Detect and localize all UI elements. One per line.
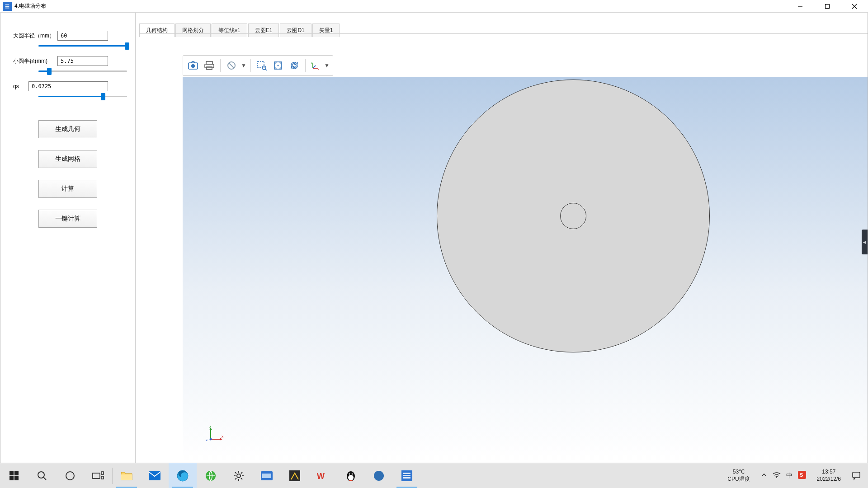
- qq-taskbar[interactable]: [337, 463, 365, 488]
- svg-rect-8: [205, 64, 214, 68]
- app1-taskbar[interactable]: [253, 463, 281, 488]
- tab-mesh[interactable]: 网格划分: [175, 23, 211, 37]
- file-explorer-taskbar[interactable]: [113, 463, 141, 488]
- temperature-widget[interactable]: 53℃ CPU温度: [725, 469, 752, 483]
- axis-dropdown-icon[interactable]: ▼: [324, 62, 330, 69]
- svg-rect-31: [14, 471, 19, 475]
- tray-icons: 中 S: [756, 471, 811, 480]
- svg-rect-12: [258, 61, 264, 68]
- wifi-icon[interactable]: [773, 472, 781, 479]
- svg-text:x: x: [318, 68, 319, 70]
- big-radius-slider[interactable]: [38, 42, 127, 51]
- view-tabs: 几何结构 网格划分 等值线v1 云图E1 云图D1 矢量1: [139, 23, 340, 37]
- axis-gizmo-icon: y x z: [204, 426, 223, 445]
- svg-text:y: y: [209, 426, 212, 428]
- svg-point-52: [349, 473, 350, 474]
- toolbar-separator: [305, 59, 306, 72]
- tab-cloud-d[interactable]: 云图D1: [280, 23, 311, 37]
- svg-rect-38: [101, 472, 104, 474]
- small-radius-slider[interactable]: [38, 67, 127, 76]
- zoom-extents-button[interactable]: [271, 58, 285, 73]
- task-view-button[interactable]: [84, 463, 112, 488]
- svg-text:y: y: [311, 61, 312, 64]
- app3-taskbar[interactable]: [365, 463, 393, 488]
- generate-mesh-button[interactable]: 生成网格: [38, 150, 97, 168]
- svg-line-14: [265, 69, 267, 70]
- svg-line-35: [43, 477, 46, 480]
- axis-orientation-button[interactable]: yx: [309, 58, 322, 73]
- action-center-icon[interactable]: [847, 471, 865, 480]
- zoom-box-button[interactable]: [255, 58, 269, 73]
- comsol-app-taskbar[interactable]: [393, 463, 421, 488]
- svg-rect-7: [206, 61, 212, 64]
- svg-rect-32: [9, 476, 14, 480]
- temperature-label: CPU温度: [727, 476, 750, 483]
- svg-rect-2: [826, 5, 830, 9]
- wps-taskbar[interactable]: W: [309, 463, 337, 488]
- svg-point-16: [278, 65, 279, 66]
- close-button[interactable]: [841, 0, 868, 13]
- ime-icon[interactable]: 中: [786, 472, 793, 480]
- param-label: 大圆半径（mm）: [13, 32, 57, 40]
- tab-cloud-e[interactable]: 云图E1: [248, 23, 279, 37]
- maximize-button[interactable]: [814, 0, 841, 13]
- clock[interactable]: 13:57 2022/12/6: [814, 469, 844, 483]
- reset-view-button[interactable]: [224, 58, 239, 73]
- clock-time: 13:57: [817, 469, 841, 476]
- client-area: 大圆半径（mm） 小圆半径(mm) qs 生成几何 生成网格: [0, 13, 868, 463]
- window-controls: [787, 0, 868, 13]
- print-button[interactable]: [202, 58, 217, 73]
- param-label: qs: [13, 83, 28, 89]
- one-click-compute-button[interactable]: 一键计算: [38, 210, 97, 228]
- svg-rect-47: [262, 474, 271, 478]
- big-radius-input[interactable]: [57, 31, 108, 41]
- compute-button[interactable]: 计算: [38, 180, 97, 198]
- search-button[interactable]: [28, 463, 56, 488]
- settings-taskbar[interactable]: [225, 463, 253, 488]
- svg-rect-9: [207, 67, 212, 70]
- toolbar-separator: [250, 59, 251, 72]
- collapse-grip[interactable]: ◄: [862, 230, 868, 254]
- tab-contour[interactable]: 等值线v1: [212, 23, 247, 37]
- minimize-button[interactable]: [787, 0, 814, 13]
- generate-geometry-button[interactable]: 生成几何: [38, 120, 97, 138]
- param-qs: qs: [13, 81, 123, 91]
- svg-text:x: x: [222, 434, 223, 439]
- svg-point-6: [191, 64, 195, 68]
- tray-chevron-icon[interactable]: [761, 472, 767, 479]
- svg-line-11: [229, 63, 234, 68]
- svg-point-36: [66, 472, 74, 480]
- reset-dropdown-icon[interactable]: ▼: [241, 62, 247, 69]
- start-button[interactable]: [0, 463, 28, 488]
- ie-taskbar[interactable]: [197, 463, 225, 488]
- mail-taskbar[interactable]: [141, 463, 169, 488]
- svg-point-28: [210, 438, 212, 441]
- svg-point-45: [237, 474, 241, 478]
- cortana-button[interactable]: [56, 463, 84, 488]
- svg-point-34: [38, 472, 44, 478]
- app2-taskbar[interactable]: [281, 463, 309, 488]
- system-tray: 53℃ CPU温度 中 S 13:57 2022/12/6: [722, 463, 868, 488]
- sogou-icon[interactable]: S: [798, 471, 806, 480]
- tab-geometry[interactable]: 几何结构: [139, 23, 175, 37]
- toolbar-separator: [220, 59, 221, 72]
- svg-point-54: [374, 471, 384, 481]
- window-title: 4.电磁场分布: [14, 2, 46, 10]
- svg-rect-48: [289, 470, 300, 481]
- param-label: 小圆半径(mm): [13, 57, 57, 65]
- svg-rect-59: [853, 472, 860, 478]
- snapshot-button[interactable]: [186, 58, 200, 73]
- tab-vector[interactable]: 矢量1: [312, 23, 340, 37]
- main-view-area: 几何结构 网格划分 等值线v1 云图E1 云图D1 矢量1 ▼: [135, 13, 868, 463]
- geometry-viewport[interactable]: y x z: [183, 77, 868, 463]
- svg-rect-37: [93, 473, 100, 479]
- qs-slider[interactable]: [38, 92, 127, 101]
- svg-point-51: [348, 475, 354, 480]
- edge-taskbar[interactable]: [169, 463, 197, 488]
- rotate-view-button[interactable]: [287, 58, 302, 73]
- clock-date: 2022/12/6: [817, 476, 841, 483]
- small-radius-input[interactable]: [57, 56, 108, 66]
- svg-rect-33: [14, 476, 19, 480]
- window-titlebar: 4.电磁场分布: [0, 0, 868, 13]
- qs-input[interactable]: [28, 81, 108, 91]
